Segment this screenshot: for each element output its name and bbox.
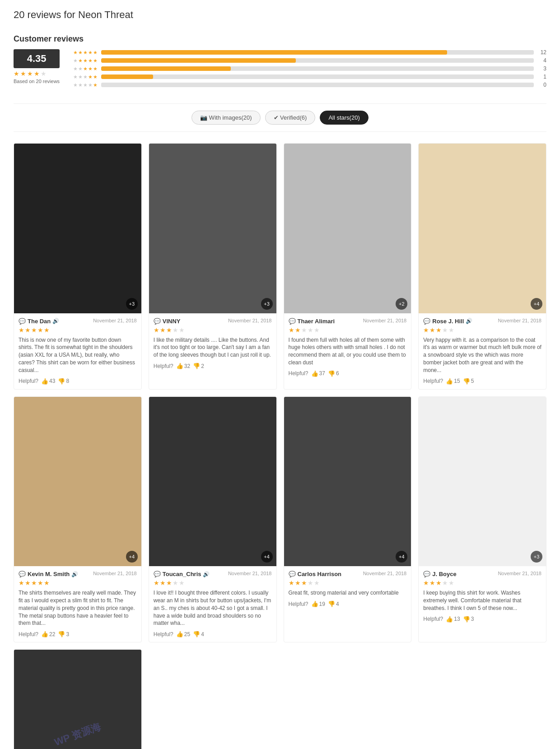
- helpful-row: Helpful? 👍 15 👎 5: [423, 378, 541, 385]
- helpful-yes-count: 43: [49, 378, 55, 384]
- bar-track: [101, 50, 534, 55]
- helpful-yes-count: 25: [184, 631, 190, 637]
- chat-icon: 💬: [289, 571, 296, 577]
- review-date: November 21, 2018: [228, 571, 272, 576]
- bar-fill: [101, 74, 153, 79]
- reviewer-name: 💬 Toucan_Chris 🔊: [154, 571, 228, 577]
- helpful-no-count: 2: [201, 363, 204, 369]
- review-image[interactable]: +3: [14, 144, 141, 313]
- helpful-yes-button[interactable]: 👍 19: [311, 600, 325, 607]
- bar-track: [101, 74, 534, 79]
- review-text: I love it!! I bought three different col…: [154, 589, 272, 627]
- bar-track: [101, 58, 534, 63]
- helpful-yes-count: 22: [49, 631, 55, 637]
- rating-bars: ★★★★★ 12 ★★★★★ 4 ★★★★★ 3 ★★★★★ 1 ★★★★★ 0: [73, 49, 546, 90]
- helpful-yes-button[interactable]: 👍 15: [446, 378, 460, 385]
- rating-bar-row: ★★★★★ 1: [73, 74, 546, 80]
- thumbs-up-icon: 👍: [176, 631, 183, 637]
- thumbs-down-icon: 👎: [193, 631, 200, 637]
- review-stars: ★★★★★: [154, 326, 272, 334]
- rating-bar-row: ★★★★★ 3: [73, 65, 546, 72]
- helpful-yes-count: 32: [184, 363, 190, 369]
- review-body: November 21, 2018 💬 J. Boyce ★★★★★ I kee…: [419, 566, 546, 627]
- helpful-no-count: 5: [471, 378, 474, 384]
- helpful-no-button[interactable]: 👎 3: [58, 631, 69, 637]
- thumbs-up-icon: 👍: [446, 616, 453, 623]
- review-image[interactable]: +3: [419, 397, 546, 567]
- verified-icon: 🔊: [466, 318, 472, 324]
- review-image[interactable]: +4: [14, 397, 141, 567]
- filter-button[interactable]: All stars(20): [320, 111, 368, 125]
- helpful-no-button[interactable]: 👎 5: [463, 378, 474, 385]
- bar-stars: ★★★★★: [73, 58, 98, 64]
- review-image[interactable]: +4: [149, 397, 276, 567]
- verified-icon: 🔊: [71, 571, 78, 577]
- helpful-row: Helpful? 👍 19 👎 4: [289, 600, 407, 607]
- review-date: November 21, 2018: [93, 571, 137, 576]
- bar-stars: ★★★★★: [73, 82, 98, 88]
- helpful-yes-count: 19: [319, 601, 325, 607]
- helpful-no-button[interactable]: 👎 8: [58, 378, 69, 385]
- reviewer-name: 💬 Kevin M. Smith 🔊: [19, 571, 93, 577]
- helpful-label: Helpful?: [289, 370, 308, 377]
- helpful-yes-button[interactable]: 👍 43: [41, 378, 55, 385]
- image-count-badge: +4: [396, 551, 407, 563]
- bar-count: 12: [537, 49, 546, 56]
- review-card: +3 November 21, 2018 💬 J. Boyce ★★★★★ I …: [418, 396, 546, 643]
- review-card: WP 资源海 +2 November 21, 2018 💬 Nina Yang …: [14, 649, 142, 749]
- helpful-label: Helpful?: [19, 631, 38, 637]
- review-body: November 21, 2018 💬 Toucan_Chris 🔊 ★★★★★…: [149, 566, 276, 642]
- helpful-label: Helpful?: [423, 616, 443, 622]
- image-count-badge: +3: [531, 551, 542, 563]
- page-header: 20 reviews for Neon Threat Customer revi…: [0, 0, 560, 749]
- helpful-no-count: 8: [66, 378, 69, 384]
- chat-icon: 💬: [19, 571, 26, 577]
- helpful-no-count: 6: [336, 370, 339, 377]
- chat-icon: 💬: [423, 571, 430, 577]
- helpful-yes-button[interactable]: 👍 13: [446, 616, 460, 623]
- review-date: November 21, 2018: [228, 318, 272, 323]
- watermark: [14, 144, 141, 313]
- review-image[interactable]: +3: [149, 144, 276, 313]
- helpful-no-button[interactable]: 👎 6: [328, 370, 339, 377]
- chat-icon: 💬: [154, 571, 161, 577]
- helpful-yes-button[interactable]: 👍 32: [176, 363, 190, 369]
- filter-button[interactable]: ✔ Verified(6): [265, 111, 316, 125]
- review-stars: ★★★★★: [423, 326, 541, 334]
- review-image[interactable]: +4: [284, 397, 411, 567]
- review-date: November 21, 2018: [363, 318, 407, 323]
- image-count-badge: +2: [396, 298, 407, 310]
- helpful-row: Helpful? 👍 37 👎 6: [289, 370, 407, 377]
- image-count-badge: +4: [261, 551, 273, 563]
- review-image[interactable]: +4: [419, 144, 546, 313]
- review-body: November 21, 2018 💬 Carlos Harrison ★★★★…: [284, 566, 411, 612]
- helpful-yes-button[interactable]: 👍 37: [311, 370, 325, 377]
- review-body: November 21, 2018 💬 VINNY ★★★★★ I like t…: [149, 313, 276, 374]
- bar-fill: [101, 50, 447, 55]
- helpful-no-button[interactable]: 👎 4: [193, 631, 204, 637]
- filter-button[interactable]: 📷 With images(20): [191, 111, 260, 125]
- review-text: Very happy with it. as a comparison to t…: [423, 336, 541, 374]
- helpful-no-button[interactable]: 👎 3: [463, 616, 474, 623]
- review-image[interactable]: +2: [284, 144, 411, 313]
- helpful-yes-count: 15: [454, 378, 460, 384]
- helpful-yes-count: 37: [319, 370, 325, 377]
- review-image[interactable]: WP 资源海 +2: [14, 650, 141, 749]
- helpful-no-button[interactable]: 👎 4: [328, 600, 339, 607]
- review-card: +4 November 21, 2018 💬 Toucan_Chris 🔊 ★★…: [149, 396, 277, 643]
- review-card: +3 November 21, 2018 💬 The Dan 🔊 ★★★★★ T…: [14, 143, 142, 390]
- review-text: I keep buying this shirt for work. Washe…: [423, 589, 541, 612]
- helpful-yes-button[interactable]: 👍 25: [176, 631, 190, 637]
- thumbs-up-icon: 👍: [41, 631, 48, 637]
- review-date: November 21, 2018: [363, 571, 407, 576]
- rating-score: 4.35: [14, 49, 60, 68]
- bar-fill: [101, 66, 231, 71]
- review-text: The shirts themselves are really well ma…: [19, 589, 137, 627]
- review-stars: ★★★★★: [19, 326, 137, 334]
- bar-stars: ★★★★★: [73, 74, 98, 80]
- helpful-yes-button[interactable]: 👍 22: [41, 631, 55, 637]
- helpful-no-button[interactable]: 👎 2: [193, 363, 204, 369]
- thumbs-down-icon: 👎: [58, 631, 65, 637]
- thumbs-up-icon: 👍: [41, 378, 48, 385]
- review-card: +3 November 21, 2018 💬 VINNY ★★★★★ I lik…: [149, 143, 277, 390]
